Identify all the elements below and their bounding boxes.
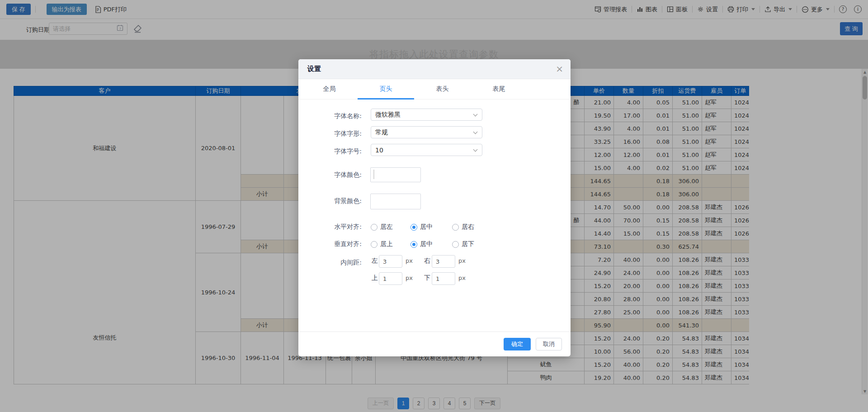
- chevron-down-icon: [473, 147, 478, 152]
- bg-color-label: 背景颜色:: [298, 194, 362, 208]
- radio-icon: [371, 241, 377, 248]
- ok-button[interactable]: 确定: [504, 338, 531, 350]
- radio-icon: [452, 241, 459, 248]
- padding-label: 内间距:: [298, 255, 362, 270]
- padding-bottom-label: 下: [424, 274, 430, 282]
- font-color-preview: [373, 170, 374, 179]
- padding-top-unit: px: [406, 275, 413, 281]
- font-size-label: 字体字号:: [298, 144, 362, 159]
- font-name-label: 字体名称:: [298, 109, 362, 123]
- padding-top-input[interactable]: 1: [379, 272, 402, 285]
- dialog-header: 设置 ×: [298, 59, 571, 79]
- app-root: 保 存 输出为报表 P PDF打印 管理报表 图表: [0, 0, 868, 412]
- chevron-down-icon: [473, 130, 478, 134]
- dialog-footer: 确定 取消: [298, 331, 571, 356]
- dialog-body: 字体名称: 微软雅黑 字体字形: 常规 字体字号: 10: [298, 99, 571, 331]
- font-color-row: 字体颜色:: [298, 167, 571, 182]
- font-name-select[interactable]: 微软雅黑: [371, 109, 482, 121]
- dialog-title: 设置: [307, 65, 321, 73]
- bg-color-picker[interactable]: [370, 194, 421, 209]
- font-size-row: 字体字号: 10: [298, 144, 571, 159]
- padding-right-label: 右: [424, 257, 430, 265]
- font-size-select[interactable]: 10: [371, 144, 482, 156]
- cancel-button[interactable]: 取消: [536, 338, 562, 350]
- padding-left-unit: px: [406, 257, 413, 264]
- radio-align-middle[interactable]: 居中: [410, 240, 433, 249]
- padding-top-label: 上: [372, 274, 378, 282]
- h-align-label: 水平对齐:: [298, 223, 362, 232]
- h-align-row: 水平对齐: 居左 居中 居右: [298, 223, 571, 232]
- font-style-select[interactable]: 常规: [371, 126, 482, 138]
- radio-align-left[interactable]: 居左: [371, 223, 393, 232]
- font-color-label: 字体颜色:: [298, 167, 362, 182]
- tab-global[interactable]: 全局: [301, 79, 358, 99]
- font-name-row: 字体名称: 微软雅黑: [298, 109, 571, 123]
- radio-align-right[interactable]: 居右: [452, 223, 474, 232]
- v-align-row: 垂直对齐: 居上 居中 居下: [298, 240, 571, 249]
- radio-align-bottom[interactable]: 居下: [452, 240, 474, 249]
- font-style-row: 字体字形: 常规: [298, 126, 571, 141]
- radio-align-top[interactable]: 居上: [371, 240, 393, 249]
- radio-icon: [371, 224, 377, 231]
- radio-selected-icon: [410, 224, 417, 231]
- bg-color-row: 背景颜色:: [298, 194, 571, 208]
- padding-right-unit: px: [458, 257, 466, 264]
- radio-selected-icon: [410, 241, 417, 248]
- tab-table-header[interactable]: 表头: [414, 79, 471, 99]
- padding-row-2: 上 1 px 下 1 px: [298, 272, 571, 287]
- padding-bottom-input[interactable]: 1: [432, 272, 455, 285]
- v-align-label: 垂直对齐:: [298, 240, 362, 249]
- font-color-picker[interactable]: [370, 167, 421, 182]
- chevron-down-icon: [393, 199, 398, 204]
- chevron-down-icon: [473, 112, 478, 117]
- font-style-label: 字体字形:: [298, 126, 362, 141]
- tab-table-footer[interactable]: 表尾: [471, 79, 527, 99]
- padding-left-input[interactable]: 3: [379, 255, 402, 268]
- settings-dialog: 设置 × 全局 页头 表头 表尾 字体名称: 微软雅黑 字体字形: 常规: [298, 59, 571, 356]
- radio-icon: [452, 224, 459, 231]
- padding-row-1: 内间距: 左 3 px 右 3 px: [298, 255, 571, 270]
- padding-left-label: 左: [372, 257, 378, 265]
- radio-align-center[interactable]: 居中: [410, 223, 433, 232]
- dialog-tabs: 全局 页头 表头 表尾: [298, 79, 571, 99]
- padding-bottom-unit: px: [458, 275, 466, 281]
- tab-page-header[interactable]: 页头: [358, 79, 414, 99]
- padding-right-input[interactable]: 3: [432, 255, 455, 268]
- close-icon[interactable]: ×: [556, 63, 563, 74]
